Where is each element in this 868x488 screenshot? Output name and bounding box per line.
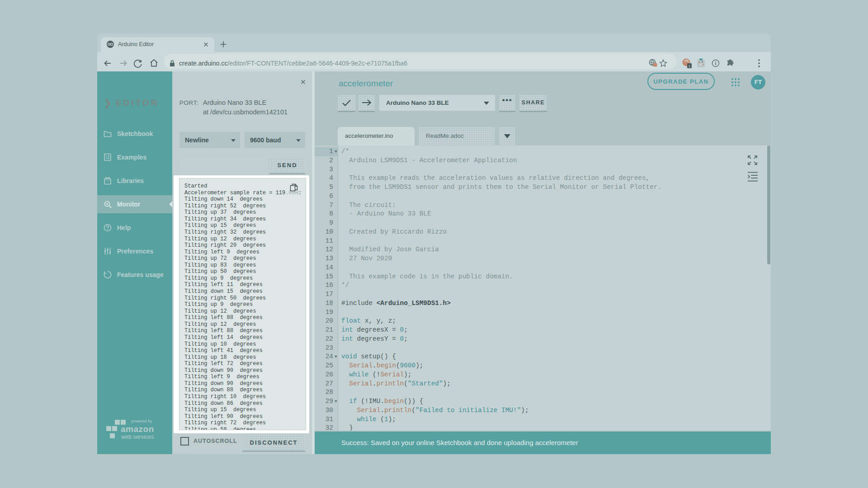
svg-text:1: 1 — [689, 64, 691, 68]
